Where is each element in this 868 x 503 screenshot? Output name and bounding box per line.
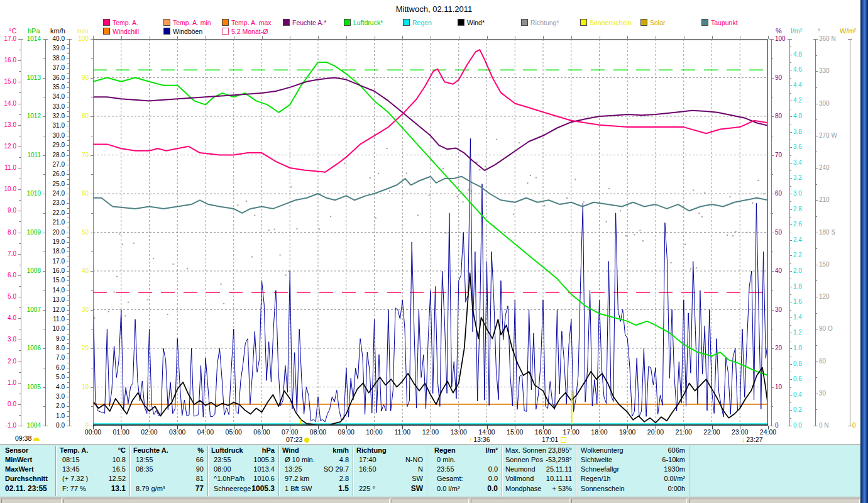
axis-tick — [815, 200, 818, 201]
sun-moon-annotation-17-01: 17:01 — [542, 436, 566, 443]
cell-value: 1005.3 — [226, 456, 275, 464]
axis-tick-label: 0.6 — [793, 376, 802, 382]
legend-item-temp-a-max[interactable]: Temp. A. max — [222, 19, 272, 26]
legend-item-solar[interactable]: Solar — [640, 19, 666, 26]
legend-swatch — [283, 19, 290, 26]
axis-minor-tick — [67, 343, 69, 344]
axis-minor-tick — [789, 233, 791, 233]
window-border-right — [860, 0, 868, 503]
axis-minor-tick — [67, 276, 69, 277]
richtung-dot — [378, 173, 379, 174]
axis-minor-tick — [789, 78, 791, 79]
axis-tick-label: 2.0 — [793, 268, 802, 274]
axis-tick — [67, 406, 69, 407]
legend-item-feuchte-a-[interactable]: Feuchte A.* — [283, 19, 326, 26]
axis-tick — [789, 364, 792, 365]
richtung-dot — [173, 263, 174, 265]
info-value: 6-10km — [640, 456, 685, 464]
info-label: Schneefallgr — [581, 465, 619, 473]
axis-minor-tick — [815, 377, 817, 378]
legend-label: 5.2 Monat-Ø — [231, 28, 268, 35]
legend-swatch — [521, 19, 528, 26]
axis-tick-label: 4.0 — [793, 113, 802, 119]
legend-item-5-2-monat-[interactable]: 5.2 Monat-Ø — [222, 28, 268, 35]
col-unit-feuchte-a-: % — [166, 446, 204, 455]
axis-tick — [789, 318, 792, 318]
axis-tick — [67, 290, 69, 291]
axis-tick — [789, 55, 792, 55]
axis-tick-label: 15.0 — [36, 277, 65, 284]
axis-tick-label: 40 — [60, 268, 89, 274]
axis-minor-tick — [815, 248, 817, 249]
axis-minor-tick — [67, 170, 69, 170]
top-hour-tick — [459, 36, 459, 39]
richtung-dot — [274, 229, 275, 230]
sun-moon-annotation-23-27: ↓23:27 — [742, 436, 763, 443]
time-label: 05:00 — [220, 429, 248, 436]
axis-tick-label: 10 — [60, 384, 89, 390]
axis-minor-tick — [67, 363, 69, 363]
axis-tick-label: 31.0 — [36, 123, 65, 129]
richtung-dot — [763, 193, 764, 194]
richtung-dot — [752, 202, 753, 204]
axis-tick-label: 90 — [775, 75, 782, 81]
col-unit-luftdruck: hPa — [237, 446, 275, 455]
bottom-hour-tick — [571, 426, 572, 429]
legend-item-taupunkt[interactable]: Taupunkt — [701, 19, 738, 26]
richtung-dot — [583, 201, 585, 202]
richtung-dot — [119, 233, 121, 235]
moon-icon — [33, 438, 40, 441]
axis-tick — [815, 39, 818, 40]
axis-tick — [18, 318, 21, 319]
richtung-dot — [124, 315, 126, 316]
legend-item-wind-[interactable]: Wind* — [458, 19, 485, 26]
cell-value: 10.8 — [77, 456, 126, 464]
axis-minor-tick — [19, 179, 21, 179]
legend-item-richtung-[interactable]: Richtung* — [521, 19, 559, 26]
time-label: 03:00 — [163, 429, 191, 436]
table-separator — [207, 446, 208, 496]
axis-tick-label: 0.0 — [0, 401, 16, 407]
richtung-dot — [527, 182, 528, 184]
richtung-dot — [608, 188, 610, 189]
axis-tick — [18, 125, 21, 126]
bottom-hour-tick — [206, 426, 206, 429]
axis-unit-humidity: % — [776, 28, 782, 35]
cell-value: SW — [374, 475, 423, 483]
legend-item-regen[interactable]: Regen — [403, 19, 432, 26]
richtung-dot — [513, 214, 514, 215]
legend-swatch — [222, 28, 229, 35]
richtung-dot — [476, 162, 478, 163]
axis-tick — [815, 265, 818, 265]
legend-item-windb-en[interactable]: Windböen — [163, 28, 202, 35]
axis-tick — [789, 116, 792, 117]
legend-label: Temp. A. — [113, 19, 138, 26]
legend-item-temp-a-[interactable]: Temp. A. — [103, 19, 138, 26]
legend-swatch — [458, 19, 464, 26]
legend-item-luftdruck-[interactable]: Luftdruck* — [344, 19, 383, 26]
time-label: 11:00 — [388, 429, 416, 436]
info-value: 25.11.11 — [527, 465, 572, 473]
axis-tick-label: 330 — [819, 68, 830, 74]
axis-tick — [18, 189, 21, 190]
richtung-dot — [757, 180, 759, 181]
axis-tick — [67, 223, 69, 223]
axis-minor-tick — [789, 402, 791, 403]
weather-chart — [93, 39, 768, 426]
top-hour-tick — [487, 36, 488, 39]
axis-minor-tick — [815, 409, 817, 410]
axis-tick-label: 30.0 — [36, 133, 65, 139]
axis-minor-tick — [19, 136, 21, 136]
axis-tick-label: 9.0 — [0, 207, 16, 214]
top-hour-tick — [712, 36, 713, 39]
axis-tick — [18, 168, 21, 169]
cell-value: SO 29.7 — [300, 465, 349, 473]
richtung-dot — [94, 318, 95, 319]
legend-item-sonnenschein[interactable]: Sonnenschein — [580, 19, 632, 26]
axis-tick — [771, 78, 774, 79]
axis-minor-tick — [67, 208, 69, 209]
legend-item-windchill[interactable]: Windchill — [103, 28, 139, 35]
axis-tick — [67, 136, 69, 136]
legend-item-temp-a-min[interactable]: Temp. A. min — [163, 19, 211, 26]
richtung-dot — [732, 235, 733, 236]
